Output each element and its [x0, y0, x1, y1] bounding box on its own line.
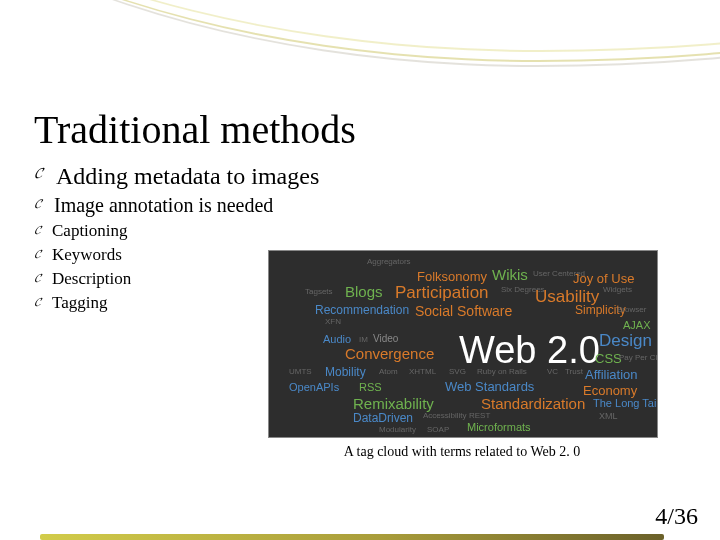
tag: CSS [595, 351, 622, 366]
tag: OpenAPIs [289, 381, 339, 393]
tagcloud-image: Aggregators Folksonomy Wikis User Center… [268, 250, 658, 438]
tag: Microformats [467, 421, 531, 433]
slide-title: Traditional methods [0, 0, 720, 153]
bullet-level2: Image annotation is needed [34, 194, 720, 217]
tag: Accessibility [423, 411, 467, 420]
page-number: 4/36 [655, 503, 698, 530]
tag: Tagsets [305, 287, 333, 296]
tag: Recommendation [315, 303, 409, 317]
tag: VC [547, 367, 558, 376]
image-caption: A tag cloud with terms related to Web 2.… [268, 444, 656, 460]
tag: Widgets [603, 285, 632, 294]
tag: UMTS [289, 367, 312, 376]
tag: Blogs [345, 283, 383, 300]
tagcloud-figure: Aggregators Folksonomy Wikis User Center… [268, 250, 656, 460]
tag: SOAP [427, 425, 449, 434]
tag: Web Standards [445, 379, 534, 394]
tag: Remixability [353, 395, 434, 412]
tag: SVG [449, 367, 466, 376]
tag: Mobility [325, 365, 366, 379]
tag: XFN [325, 317, 341, 326]
tag: Wikis [492, 266, 528, 283]
tag: IM [359, 335, 368, 344]
tag: XHTML [409, 367, 436, 376]
tag: Economy [583, 383, 637, 398]
tag: RSS [359, 381, 382, 393]
tag: The Long Tail [593, 397, 658, 409]
tag-main: Web 2.0 [459, 329, 600, 372]
tag: Folksonomy [417, 269, 487, 284]
bullet-level3: Captioning [34, 221, 720, 241]
tag: Audio [323, 333, 351, 345]
tag: Video [373, 333, 398, 344]
tag: Ruby on Rails [477, 367, 527, 376]
tag: Joy of Use [573, 271, 634, 286]
tag: Atom [379, 367, 398, 376]
bullet-level1: Adding metadata to images [34, 163, 720, 190]
tag: Trust [565, 367, 583, 376]
tag: XML [599, 411, 618, 421]
tag: Pay Per Click [619, 353, 658, 362]
tag: REST [469, 411, 490, 420]
tag: Standardization [481, 395, 585, 412]
tag: Affiliation [585, 367, 638, 382]
tag: AJAX [623, 319, 651, 331]
bottom-accent-bar [40, 534, 664, 540]
tag: Participation [395, 283, 489, 303]
tag: Design [599, 331, 652, 351]
tag: Browser [617, 305, 646, 314]
tag: Convergence [345, 345, 434, 362]
tag: DataDriven [353, 411, 413, 425]
tag: Social Software [415, 303, 512, 319]
tag: Modularity [379, 425, 416, 434]
tag: Aggregators [367, 257, 411, 266]
